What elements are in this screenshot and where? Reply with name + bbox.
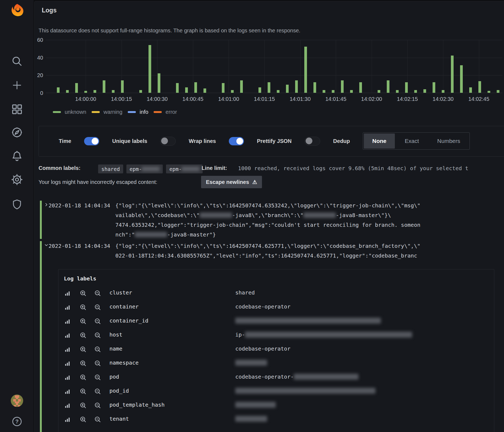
stats-icon[interactable] [64, 403, 70, 410]
filter-out-value-icon[interactable] [94, 332, 101, 340]
stats-icon[interactable] [64, 304, 70, 311]
label-value: codebase-operator [235, 303, 291, 310]
filter-for-value-icon[interactable] [80, 318, 87, 326]
user-avatar[interactable] [0, 393, 34, 408]
log-row[interactable]: 2022-01-18 14:04:34{"log":"{\"level\":\"… [39, 200, 504, 239]
histogram-bar [240, 80, 243, 93]
histogram-bar [158, 73, 160, 93]
x-tick-label: 14:02:00 [354, 96, 389, 102]
grafana-logo[interactable] [0, 3, 34, 17]
legend-item-warning[interactable]: warning [92, 109, 122, 115]
histogram-bar [286, 85, 289, 93]
stats-icon[interactable] [64, 417, 70, 424]
histogram-bar [469, 87, 472, 93]
filter-out-value-icon[interactable] [94, 388, 101, 396]
filter-out-value-icon[interactable] [94, 290, 101, 298]
x-tick-label: 14:01:00 [211, 96, 246, 102]
filter-out-value-icon[interactable] [94, 346, 101, 354]
histogram-bar [460, 65, 463, 93]
common-label-chip: epm- [126, 164, 163, 173]
histogram-bar [194, 82, 197, 93]
v-gridline [264, 40, 265, 93]
stats-icon[interactable] [64, 347, 70, 354]
filter-for-value-icon[interactable] [80, 304, 87, 312]
redacted-text [200, 212, 232, 218]
stats-icon[interactable] [64, 361, 70, 368]
histogram-bar [121, 80, 124, 93]
filter-for-value-icon[interactable] [80, 360, 87, 368]
filter-out-value-icon[interactable] [94, 374, 101, 382]
filter-out-value-icon[interactable] [94, 402, 101, 410]
logs-histogram[interactable] [46, 38, 502, 93]
toggle-knob [92, 138, 98, 145]
sidebar-item-dashboards[interactable] [0, 102, 34, 117]
y-tick-label: 60 [22, 36, 43, 43]
legend-item-info[interactable]: info [128, 109, 148, 115]
dedup-option-exact[interactable]: Exact [396, 133, 428, 149]
v-gridline [193, 40, 193, 93]
sidebar-item-help[interactable]: ? [0, 414, 34, 429]
filter-for-value-icon[interactable] [80, 374, 87, 382]
warning-icon: ⚠ [252, 179, 257, 185]
toggle-unique-labels[interactable] [160, 137, 176, 146]
sidebar-item-configuration[interactable] [0, 172, 34, 187]
toggle-time[interactable] [84, 137, 99, 145]
sidebar-item-alerting[interactable] [0, 149, 34, 164]
histogram-bar [112, 90, 115, 93]
v-gridline [229, 40, 229, 93]
filter-out-value-icon[interactable] [94, 416, 101, 424]
filter-for-value-icon[interactable] [80, 402, 87, 410]
label-key: pod_template_hash [109, 402, 165, 408]
legend-item-unknown[interactable]: unknown [53, 109, 86, 115]
histogram-bar [222, 83, 225, 93]
y-tick-label: 0 [22, 90, 43, 97]
dedup-option-numbers[interactable]: Numbers [428, 133, 469, 149]
sidebar-item-server-admin[interactable] [0, 197, 34, 212]
filter-for-value-icon[interactable] [80, 416, 87, 424]
log-label-row: pod_template_hash [58, 398, 494, 412]
label-key: host [109, 331, 122, 338]
redacted-text [142, 167, 160, 171]
histogram-bar [341, 80, 344, 93]
histogram-bar [488, 91, 490, 93]
escape-row: Your logs might have incorrectly escaped… [39, 176, 504, 189]
label-value [235, 388, 375, 394]
histogram-bar [103, 80, 105, 93]
histogram-bar [478, 81, 481, 93]
legend-item-error[interactable]: error [154, 109, 177, 115]
filter-for-value-icon[interactable] [80, 332, 87, 340]
filter-out-value-icon[interactable] [94, 360, 101, 368]
stats-icon[interactable] [64, 389, 70, 396]
log-timestamp: 2022-01-18 14:04:34 [49, 241, 110, 251]
legend-color-dash [53, 111, 61, 113]
histogram-bar [423, 89, 426, 93]
avatar-image [11, 394, 23, 407]
shield-icon [11, 198, 23, 210]
filter-out-value-icon[interactable] [94, 304, 101, 312]
filter-for-value-icon[interactable] [80, 388, 87, 396]
filter-for-value-icon[interactable] [80, 290, 87, 298]
stats-icon[interactable] [64, 318, 70, 325]
stats-icon[interactable] [64, 332, 70, 340]
toggle-knob [236, 138, 243, 145]
stats-icon[interactable] [64, 375, 70, 382]
sidebar-item-explore[interactable] [0, 125, 34, 140]
x-tick-label: 14:01:45 [318, 96, 353, 102]
legend-label: info [140, 109, 148, 115]
dedup-option-none[interactable]: None [364, 133, 395, 149]
filter-for-value-icon[interactable] [80, 346, 87, 354]
filter-out-value-icon[interactable] [94, 318, 101, 326]
stats-icon[interactable] [64, 290, 70, 297]
toggle-prettify-json[interactable] [305, 137, 320, 146]
v-gridline [86, 40, 86, 93]
histogram-bar [433, 82, 435, 93]
x-tick-label: 14:00:45 [175, 96, 210, 102]
label-value: codebase-operator- [235, 373, 358, 380]
redacted-text [235, 416, 267, 422]
log-label-row: hostip- [58, 328, 494, 342]
toggle-wrap-lines[interactable] [229, 137, 244, 145]
escape-newlines-button[interactable]: Escape newlines ⚠ [201, 176, 262, 188]
log-row[interactable]: 2022-01-18 14:04:34{"log":"{\"level\":\"… [39, 241, 504, 432]
histogram-bar [203, 88, 206, 93]
redacted-text [182, 167, 199, 171]
